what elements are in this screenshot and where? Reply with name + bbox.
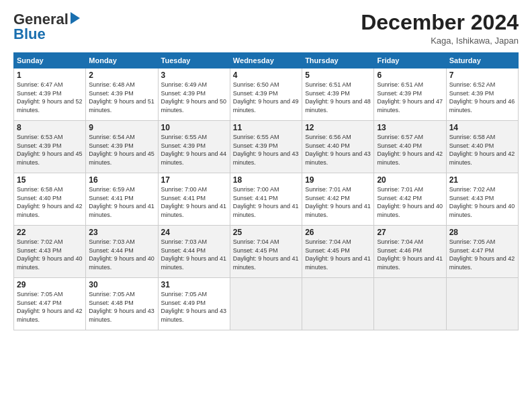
calendar-cell: 31 Sunrise: 7:05 AMSunset: 4:49 PMDaylig… (158, 278, 230, 330)
day-number: 5 (305, 71, 371, 80)
day-number: 24 (161, 228, 227, 237)
month-title: December 2024 (361, 11, 519, 34)
day-info: Sunrise: 7:05 AMSunset: 4:49 PMDaylight:… (161, 291, 227, 323)
calendar-cell: 13 Sunrise: 6:57 AMSunset: 4:40 PMDaylig… (374, 121, 446, 173)
day-number: 7 (449, 71, 515, 80)
day-info: Sunrise: 6:56 AMSunset: 4:40 PMDaylight:… (305, 134, 371, 166)
day-info: Sunrise: 6:57 AMSunset: 4:40 PMDaylight:… (377, 134, 443, 166)
day-info: Sunrise: 7:02 AMSunset: 4:43 PMDaylight:… (449, 186, 515, 218)
calendar-cell: 30 Sunrise: 7:05 AMSunset: 4:48 PMDaylig… (86, 278, 158, 330)
day-number: 31 (161, 280, 227, 289)
calendar-week-row: 1 Sunrise: 6:47 AMSunset: 4:39 PMDayligh… (14, 68, 519, 121)
day-info: Sunrise: 7:05 AMSunset: 4:48 PMDaylight:… (89, 291, 154, 323)
header-sunday: Sunday (14, 53, 86, 68)
day-info: Sunrise: 7:05 AMSunset: 4:47 PMDaylight:… (17, 291, 83, 323)
calendar-cell: 24 Sunrise: 7:03 AMSunset: 4:44 PMDaylig… (158, 226, 230, 278)
page-header: General Blue December 2024 Kaga, Ishikaw… (13, 11, 519, 46)
calendar-cell (446, 278, 518, 330)
day-number: 18 (233, 175, 299, 185)
day-info: Sunrise: 6:50 AMSunset: 4:39 PMDaylight:… (233, 81, 299, 113)
calendar-cell: 28 Sunrise: 7:05 AMSunset: 4:47 PMDaylig… (446, 226, 518, 278)
calendar-cell: 4 Sunrise: 6:50 AMSunset: 4:39 PMDayligh… (230, 68, 302, 121)
calendar-cell: 8 Sunrise: 6:53 AMSunset: 4:39 PMDayligh… (14, 121, 86, 173)
day-number: 13 (377, 123, 443, 132)
day-number: 8 (17, 123, 83, 132)
logo-arrow-icon (71, 12, 80, 24)
calendar-cell: 27 Sunrise: 7:04 AMSunset: 4:46 PMDaylig… (374, 226, 446, 278)
day-info: Sunrise: 7:03 AMSunset: 4:44 PMDaylight:… (161, 238, 227, 271)
calendar-cell: 20 Sunrise: 7:01 AMSunset: 4:42 PMDaylig… (374, 173, 446, 226)
day-info: Sunrise: 7:03 AMSunset: 4:44 PMDaylight:… (89, 238, 154, 271)
day-number: 12 (305, 123, 371, 132)
day-number: 27 (377, 228, 443, 237)
day-info: Sunrise: 7:04 AMSunset: 4:45 PMDaylight:… (305, 238, 371, 271)
day-number: 20 (377, 175, 443, 185)
calendar-cell: 23 Sunrise: 7:03 AMSunset: 4:44 PMDaylig… (86, 226, 158, 278)
calendar-week-row: 29 Sunrise: 7:05 AMSunset: 4:47 PMDaylig… (14, 278, 519, 330)
calendar-week-row: 22 Sunrise: 7:02 AMSunset: 4:43 PMDaylig… (14, 226, 519, 278)
day-info: Sunrise: 7:04 AMSunset: 4:46 PMDaylight:… (377, 238, 443, 271)
header-friday: Friday (374, 53, 446, 68)
header-thursday: Thursday (302, 53, 374, 68)
calendar-cell: 11 Sunrise: 6:55 AMSunset: 4:39 PMDaylig… (230, 121, 302, 173)
day-info: Sunrise: 7:01 AMSunset: 4:42 PMDaylight:… (305, 186, 371, 218)
day-info: Sunrise: 6:51 AMSunset: 4:39 PMDaylight:… (305, 81, 371, 113)
calendar-cell (374, 278, 446, 330)
calendar-cell: 9 Sunrise: 6:54 AMSunset: 4:39 PMDayligh… (86, 121, 158, 173)
calendar-cell: 5 Sunrise: 6:51 AMSunset: 4:39 PMDayligh… (302, 68, 374, 121)
calendar-header-row: Sunday Monday Tuesday Wednesday Thursday… (14, 53, 519, 68)
calendar-cell: 26 Sunrise: 7:04 AMSunset: 4:45 PMDaylig… (302, 226, 374, 278)
day-info: Sunrise: 6:52 AMSunset: 4:39 PMDaylight:… (449, 81, 515, 113)
day-number: 17 (161, 175, 227, 185)
day-number: 30 (89, 280, 154, 289)
calendar-cell: 10 Sunrise: 6:55 AMSunset: 4:39 PMDaylig… (158, 121, 230, 173)
day-number: 3 (161, 71, 227, 80)
day-info: Sunrise: 6:51 AMSunset: 4:39 PMDaylight:… (377, 81, 443, 113)
calendar-cell: 19 Sunrise: 7:01 AMSunset: 4:42 PMDaylig… (302, 173, 374, 226)
calendar-cell: 3 Sunrise: 6:49 AMSunset: 4:39 PMDayligh… (158, 68, 230, 121)
title-block: December 2024 Kaga, Ishikawa, Japan (361, 11, 519, 46)
calendar-cell: 6 Sunrise: 6:51 AMSunset: 4:39 PMDayligh… (374, 68, 446, 121)
day-number: 23 (89, 228, 154, 237)
day-number: 19 (305, 175, 371, 185)
calendar-cell: 25 Sunrise: 7:04 AMSunset: 4:45 PMDaylig… (230, 226, 302, 278)
logo: General Blue (13, 11, 80, 43)
day-info: Sunrise: 7:02 AMSunset: 4:43 PMDaylight:… (17, 238, 83, 271)
calendar-cell (230, 278, 302, 330)
day-number: 21 (449, 175, 515, 185)
calendar-cell: 2 Sunrise: 6:48 AMSunset: 4:39 PMDayligh… (86, 68, 158, 121)
day-number: 6 (377, 71, 443, 80)
day-info: Sunrise: 6:54 AMSunset: 4:39 PMDaylight:… (89, 134, 154, 166)
day-info: Sunrise: 6:58 AMSunset: 4:40 PMDaylight:… (449, 134, 515, 166)
day-number: 15 (17, 175, 83, 185)
calendar-cell: 29 Sunrise: 7:05 AMSunset: 4:47 PMDaylig… (14, 278, 86, 330)
calendar-cell: 15 Sunrise: 6:58 AMSunset: 4:40 PMDaylig… (14, 173, 86, 226)
calendar-cell: 18 Sunrise: 7:00 AMSunset: 4:41 PMDaylig… (230, 173, 302, 226)
day-info: Sunrise: 7:01 AMSunset: 4:42 PMDaylight:… (377, 186, 443, 218)
calendar-cell: 14 Sunrise: 6:58 AMSunset: 4:40 PMDaylig… (446, 121, 518, 173)
page-container: General Blue December 2024 Kaga, Ishikaw… (0, 0, 532, 337)
day-info: Sunrise: 7:05 AMSunset: 4:47 PMDaylight:… (449, 238, 515, 271)
day-info: Sunrise: 6:55 AMSunset: 4:39 PMDaylight:… (233, 134, 299, 166)
calendar-cell (302, 278, 374, 330)
day-number: 9 (89, 123, 154, 132)
day-number: 26 (305, 228, 371, 237)
calendar-cell: 21 Sunrise: 7:02 AMSunset: 4:43 PMDaylig… (446, 173, 518, 226)
day-info: Sunrise: 7:00 AMSunset: 4:41 PMDaylight:… (161, 186, 227, 218)
day-info: Sunrise: 6:49 AMSunset: 4:39 PMDaylight:… (161, 81, 227, 113)
calendar-cell: 12 Sunrise: 6:56 AMSunset: 4:40 PMDaylig… (302, 121, 374, 173)
calendar-cell: 17 Sunrise: 7:00 AMSunset: 4:41 PMDaylig… (158, 173, 230, 226)
header-tuesday: Tuesday (158, 53, 230, 68)
day-number: 29 (17, 280, 83, 289)
day-number: 10 (161, 123, 227, 132)
calendar-week-row: 8 Sunrise: 6:53 AMSunset: 4:39 PMDayligh… (14, 121, 519, 173)
day-info: Sunrise: 6:53 AMSunset: 4:39 PMDaylight:… (17, 134, 83, 166)
day-number: 25 (233, 228, 299, 237)
header-monday: Monday (86, 53, 158, 68)
day-number: 11 (233, 123, 299, 132)
day-info: Sunrise: 6:55 AMSunset: 4:39 PMDaylight:… (161, 134, 227, 166)
location-subtitle: Kaga, Ishikawa, Japan (361, 36, 519, 46)
day-info: Sunrise: 6:48 AMSunset: 4:39 PMDaylight:… (89, 81, 154, 113)
day-info: Sunrise: 6:59 AMSunset: 4:41 PMDaylight:… (89, 186, 154, 218)
day-number: 22 (17, 228, 83, 237)
